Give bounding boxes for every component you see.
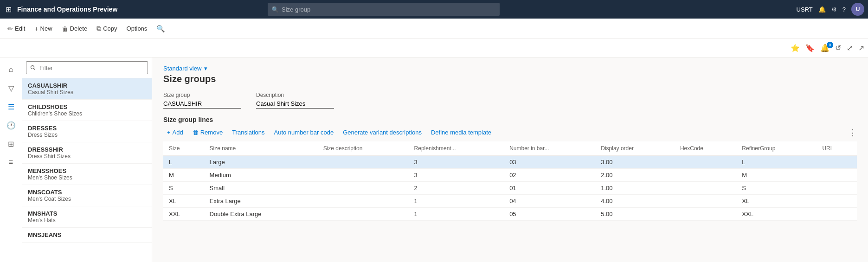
table-row[interactable]: SSmall2011.00S [163, 182, 857, 195]
table-row[interactable]: LLarge3033.00L [163, 156, 857, 169]
auto-number-button[interactable]: Auto number bar code [270, 127, 337, 138]
cell-size_description [318, 156, 409, 169]
user-avatar[interactable]: U [851, 3, 864, 16]
list-item-title: CHILDSHOES [28, 103, 146, 110]
list-item[interactable]: DRESSSHIRDress Shirt Sizes [22, 142, 152, 164]
remove-button[interactable]: 🗑 Remove [189, 127, 226, 138]
list-panel: CASUALSHIRCasual Shirt SizesCHILDSHOESCh… [22, 58, 152, 262]
copy-button[interactable]: ⧉ Copy [93, 22, 121, 35]
refresh-icon[interactable]: ↺ [833, 42, 843, 54]
second-toolbar: ⭐ 🔖 🔔 0 ↺ ⤢ ↗ [0, 39, 868, 58]
notifications-icon[interactable]: 🔔 [818, 6, 826, 13]
description-input[interactable] [256, 99, 334, 109]
cmd-search-icon[interactable]: 🔍 [156, 25, 165, 33]
column-header-size_name[interactable]: Size name [204, 141, 318, 156]
list-filter-area [22, 58, 152, 78]
view-label: Standard view [163, 65, 201, 72]
size-group-input[interactable] [163, 99, 241, 109]
add-button[interactable]: + Add [163, 127, 187, 138]
rows-icon[interactable]: ≡ [2, 154, 20, 171]
delete-icon: 🗑 [62, 25, 68, 32]
filter-icon[interactable]: ▽ [2, 80, 20, 96]
table-row[interactable]: XLExtra Large1044.00XL [163, 195, 857, 208]
cell-size_description [318, 208, 409, 221]
column-header-refiner_group[interactable]: RefinerGroup [736, 141, 817, 156]
generate-variant-button[interactable]: Generate variant descriptions [339, 127, 425, 138]
cell-refiner_group: XL [736, 195, 817, 208]
search-input[interactable] [282, 6, 496, 13]
settings-icon[interactable]: ⚙ [831, 6, 837, 13]
grid-toolbar: + Add 🗑 Remove Translations Auto number … [163, 127, 857, 138]
table-row[interactable]: MMedium3022.00M [163, 169, 857, 182]
grid-nav-icon[interactable]: ⊞ [2, 135, 20, 152]
app-title: Finance and Operations Preview [17, 6, 117, 13]
list-item[interactable]: CASUALSHIRCasual Shirt Sizes [22, 78, 152, 100]
clock-icon[interactable]: 🕐 [2, 117, 20, 134]
help-icon[interactable]: ? [842, 6, 846, 13]
top-bar-right: USRT 🔔 ⚙ ? U [797, 3, 864, 16]
description-label: Description [256, 92, 334, 98]
list-item-title: MENSSHOES [28, 167, 146, 174]
list-item-subtitle: Casual Shirt Sizes [28, 89, 146, 96]
delete-button[interactable]: 🗑 Delete [58, 22, 91, 35]
list-item-title: DRESSSHIR [28, 146, 146, 153]
column-header-display_order[interactable]: Display order [595, 141, 675, 156]
list-item-title: MNSCOATS [28, 189, 146, 196]
list-item-subtitle: Dress Sizes [28, 132, 146, 138]
translations-button[interactable]: Translations [228, 127, 268, 138]
column-header-replenishment[interactable]: Replenishment... [409, 141, 504, 156]
table-header: SizeSize nameSize descriptionReplenishme… [163, 141, 857, 156]
column-header-size_description[interactable]: Size description [318, 141, 409, 156]
search-icon: 🔍 [271, 6, 279, 13]
column-header-url[interactable]: URL [817, 141, 857, 156]
cell-display_order: 5.00 [595, 208, 675, 221]
cell-hex_code [675, 208, 736, 221]
cell-hex_code [675, 156, 736, 169]
main-layout: ⌂ ▽ ☰ 🕐 ⊞ ≡ CASUALSHIRCasual Shirt Sizes… [0, 58, 868, 262]
define-media-button[interactable]: Define media template [427, 127, 495, 138]
cell-size: M [163, 169, 204, 182]
new-button[interactable]: + New [31, 22, 56, 35]
list-icon[interactable]: ☰ [2, 98, 20, 115]
cell-replenishment: 2 [409, 182, 504, 195]
fields-row: Size group Description [163, 92, 857, 109]
list-item-title: DRESSES [28, 125, 146, 132]
table-row[interactable]: XXLDouble Extra Large1055.00XXL [163, 208, 857, 221]
list-item-title: MNSHATS [28, 210, 146, 217]
column-header-hex_code[interactable]: HexCode [675, 141, 736, 156]
cell-display_order: 3.00 [595, 156, 675, 169]
section-title: Size group lines [163, 116, 857, 123]
add-icon: + [167, 129, 171, 136]
open-new-icon[interactable]: ↗ [856, 42, 866, 54]
list-item[interactable]: MNSCOATSMen's Coat Sizes [22, 185, 152, 206]
list-item[interactable]: CHILDSHOESChildren's Shoe Sizes [22, 100, 152, 121]
global-search[interactable]: 🔍 [268, 3, 500, 16]
description-field: Description [256, 92, 334, 109]
view-header[interactable]: Standard view ▾ [163, 65, 857, 72]
command-bar: ✏ Edit + New 🗑 Delete ⧉ Copy Options 🔍 [0, 19, 868, 39]
sidebar-icons: ⌂ ▽ ☰ 🕐 ⊞ ≡ [0, 58, 22, 262]
remove-icon: 🗑 [193, 129, 199, 136]
grid-icon[interactable]: ⊞ [4, 3, 13, 16]
list-item[interactable]: MNSJEANS [22, 228, 152, 243]
list-item[interactable]: DRESSESDress Sizes [22, 121, 152, 142]
list-item[interactable]: MENSSHOESMen's Shoe Sizes [22, 164, 152, 185]
bookmark-icon[interactable]: 🔖 [804, 42, 817, 54]
size-group-field: Size group [163, 92, 241, 109]
favorite-icon[interactable]: ⭐ [789, 42, 802, 54]
list-item[interactable]: MNSHATSMen's Hats [22, 206, 152, 228]
home-icon[interactable]: ⌂ [2, 61, 20, 78]
new-icon: + [34, 25, 38, 32]
list-item-subtitle: Children's Shoe Sizes [28, 110, 146, 117]
column-header-number_in_bar[interactable]: Number in bar... [504, 141, 595, 156]
cell-number_in_bar: 01 [504, 182, 595, 195]
column-header-size[interactable]: Size [163, 141, 204, 156]
expand-icon[interactable]: ⤢ [845, 42, 855, 54]
cell-display_order: 1.00 [595, 182, 675, 195]
edit-button[interactable]: ✏ Edit [4, 22, 29, 35]
options-button[interactable]: Options [123, 22, 151, 35]
content-area: Standard view ▾ Size groups Size group D… [152, 58, 868, 262]
filter-input[interactable] [26, 61, 148, 74]
cell-size_description [318, 169, 409, 182]
table-more-icon[interactable]: ⋮ [849, 128, 857, 138]
